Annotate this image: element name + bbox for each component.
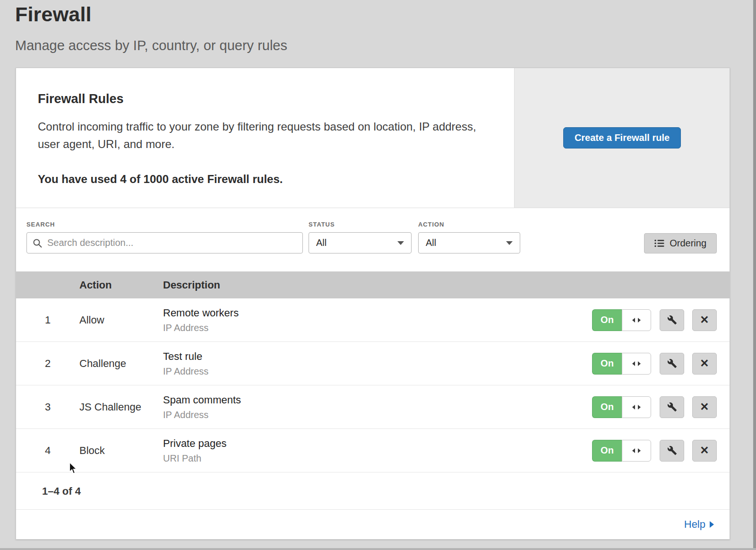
rule-enabled-toggle: On — [592, 396, 651, 418]
close-icon: ✕ — [700, 314, 709, 326]
help-link[interactable]: Help — [684, 518, 714, 531]
rule-description-cell: Private pages URI Path — [163, 437, 592, 464]
toggle-on-segment[interactable]: On — [592, 353, 622, 375]
intro-title: Firewall Rules — [38, 92, 495, 106]
rule-description-cell: Test rule IP Address — [163, 350, 592, 377]
rules-table-header: Action Description — [16, 271, 730, 298]
rule-action: Challenge — [79, 358, 163, 370]
toggle-arrows-segment[interactable] — [622, 440, 651, 462]
page-subtitle: Manage access by IP, country, or query r… — [15, 38, 287, 53]
status-label: STATUS — [309, 221, 412, 228]
ordering-button-label: Ordering — [670, 238, 706, 249]
rule-controls: On ✕ — [592, 353, 717, 375]
triangle-right-icon — [638, 405, 641, 410]
rule-match-type: URI Path — [163, 453, 592, 464]
chevron-down-icon — [397, 241, 404, 245]
rule-description: Test rule — [163, 350, 592, 363]
search-icon — [33, 238, 42, 248]
action-label: ACTION — [418, 221, 520, 228]
create-firewall-rule-button[interactable]: Create a Firewall rule — [563, 127, 681, 148]
close-icon: ✕ — [700, 401, 709, 413]
description-column-header: Description — [163, 279, 717, 291]
rule-description: Private pages — [163, 437, 592, 450]
ordering-list-icon — [654, 239, 664, 247]
search-input[interactable] — [46, 237, 297, 249]
edit-rule-button[interactable] — [660, 396, 684, 418]
firewall-rules-card: Firewall Rules Control incoming traffic … — [16, 68, 730, 540]
search-filter-group: SEARCH — [26, 221, 303, 253]
wrench-icon — [667, 445, 677, 455]
intro-text-block: Firewall Rules Control incoming traffic … — [16, 68, 514, 208]
status-filter-group: STATUS All — [309, 221, 412, 253]
triangle-right-icon — [638, 448, 641, 453]
ordering-button[interactable]: Ordering — [644, 233, 717, 253]
triangle-right-icon — [638, 318, 641, 323]
toggle-on-segment[interactable]: On — [592, 440, 622, 462]
toggle-arrows-segment[interactable] — [622, 396, 651, 418]
rule-controls: On ✕ — [592, 440, 717, 462]
rule-match-type: IP Address — [163, 323, 592, 333]
intro-description: Control incoming traffic to your zone by… — [38, 118, 489, 153]
wrench-icon — [667, 315, 677, 325]
table-row: 3 JS Challenge Spam comments IP Address … — [16, 385, 730, 429]
chevron-down-icon — [506, 241, 513, 245]
search-box — [26, 232, 303, 253]
triangle-left-icon — [632, 361, 635, 366]
status-select-value: All — [316, 237, 326, 248]
edit-rule-button[interactable] — [660, 440, 684, 462]
window-edge-right — [753, 0, 756, 550]
search-label: SEARCH — [26, 221, 303, 228]
window-edge-bottom — [0, 548, 756, 550]
rules-usage-count: You have used 4 of 1000 active Firewall … — [38, 173, 495, 186]
pagination-status: 1–4 of 4 — [16, 472, 730, 510]
delete-rule-button[interactable]: ✕ — [692, 309, 717, 331]
rule-action: JS Challenge — [79, 401, 163, 413]
table-row: 1 Allow Remote workers IP Address On ✕ — [16, 298, 730, 342]
help-link-label: Help — [684, 518, 705, 531]
rule-controls: On ✕ — [592, 309, 717, 331]
filters-bar: SEARCH STATUS All ACTION All — [16, 208, 730, 271]
wrench-icon — [667, 358, 677, 368]
delete-rule-button[interactable]: ✕ — [692, 353, 717, 375]
rule-controls: On ✕ — [592, 396, 717, 418]
rule-priority: 1 — [16, 314, 79, 326]
help-arrow-icon — [710, 521, 714, 528]
delete-rule-button[interactable]: ✕ — [692, 440, 717, 462]
card-intro-section: Firewall Rules Control incoming traffic … — [16, 68, 730, 208]
toggle-on-segment[interactable]: On — [592, 309, 622, 331]
rule-match-type: IP Address — [163, 410, 592, 420]
status-select[interactable]: All — [309, 232, 412, 253]
wrench-icon — [667, 402, 677, 412]
rule-description-cell: Spam comments IP Address — [163, 394, 592, 420]
table-row: 4 Block Private pages URI Path On ✕ — [16, 429, 730, 472]
rule-action: Allow — [79, 314, 163, 326]
rule-enabled-toggle: On — [592, 309, 651, 331]
rule-action: Block — [79, 445, 163, 457]
toggle-on-segment[interactable]: On — [592, 396, 622, 418]
action-column-header: Action — [79, 279, 163, 291]
page-title: Firewall — [15, 3, 92, 26]
delete-rule-button[interactable]: ✕ — [692, 396, 717, 418]
edit-rule-button[interactable] — [660, 353, 684, 375]
triangle-left-icon — [632, 405, 635, 410]
action-select[interactable]: All — [418, 232, 520, 253]
triangle-right-icon — [638, 361, 641, 366]
rule-priority: 3 — [16, 401, 79, 413]
intro-side-panel: Create a Firewall rule — [514, 68, 730, 208]
toggle-arrows-segment[interactable] — [622, 353, 651, 375]
help-row: Help — [16, 510, 730, 539]
action-filter-group: ACTION All — [418, 221, 520, 253]
action-select-value: All — [426, 237, 436, 248]
rule-enabled-toggle: On — [592, 440, 651, 462]
close-icon: ✕ — [700, 444, 709, 457]
edit-rule-button[interactable] — [660, 309, 684, 331]
close-icon: ✕ — [700, 357, 709, 370]
rule-description: Remote workers — [163, 307, 592, 319]
rule-match-type: IP Address — [163, 366, 592, 377]
table-row: 2 Challenge Test rule IP Address On ✕ — [16, 342, 730, 385]
triangle-left-icon — [632, 448, 635, 453]
rule-description: Spam comments — [163, 394, 592, 406]
triangle-left-icon — [632, 318, 635, 323]
toggle-arrows-segment[interactable] — [622, 309, 651, 331]
rule-priority: 4 — [16, 445, 79, 457]
